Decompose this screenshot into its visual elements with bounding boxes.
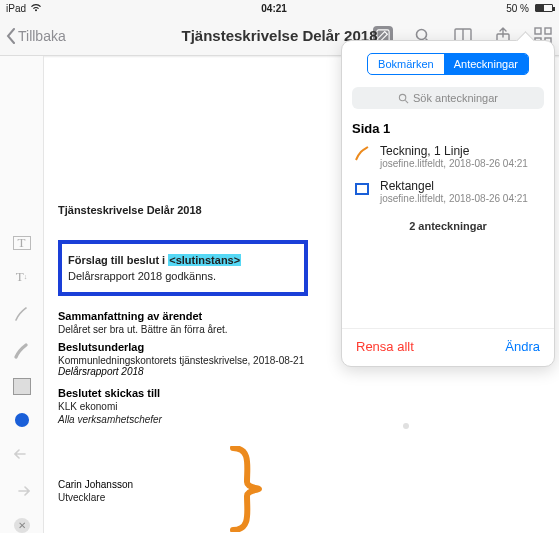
proposal-highlight: <slutinstans>	[168, 254, 241, 266]
sendto-heading: Beslutet skickas till	[58, 387, 553, 399]
svg-point-8	[399, 94, 405, 100]
drawing-icon	[352, 144, 372, 164]
annotation-count: 2 anteckningar	[342, 210, 554, 236]
tool-highlighter[interactable]	[12, 341, 32, 360]
search-placeholder: Sök anteckningar	[413, 92, 498, 104]
status-time: 04:21	[261, 3, 287, 14]
tool-redo[interactable]	[12, 481, 32, 500]
tool-undo[interactable]	[12, 445, 32, 464]
edit-button[interactable]: Ändra	[505, 339, 540, 354]
status-bar: iPad 04:21 50 %	[0, 0, 559, 16]
annotation-title: Rektangel	[380, 179, 528, 193]
battery-pct: 50 %	[506, 3, 529, 14]
battery-icon	[535, 4, 553, 12]
rectangle-icon	[352, 179, 372, 199]
annotation-title: Teckning, 1 Linje	[380, 144, 528, 158]
panel-section: Sida 1	[342, 113, 554, 140]
segmented-control: Bokmärken Anteckningar	[367, 53, 529, 75]
tool-sidebar: T T↓ ✕	[0, 56, 44, 533]
tab-annotations[interactable]: Anteckningar	[444, 54, 528, 74]
proposal-line2: Delårsrapport 2018 godkänns.	[68, 270, 296, 282]
svg-rect-5	[545, 28, 551, 34]
tool-text[interactable]: T↓	[12, 268, 32, 287]
search-input[interactable]: Sök anteckningar	[352, 87, 544, 109]
sendto-2: Alla verksamhetschefer	[58, 414, 553, 425]
sendto-1: KLK ekonomi	[58, 401, 553, 412]
tool-textbox[interactable]: T	[13, 236, 31, 250]
tool-rectangle[interactable]	[13, 378, 31, 395]
page-indicator	[403, 423, 409, 429]
tool-close[interactable]: ✕	[14, 518, 30, 533]
back-button[interactable]: Tillbaka	[6, 28, 66, 44]
proposal-prefix: Förslag till beslut i	[68, 254, 168, 266]
annotation-rectangle[interactable]: Förslag till beslut i <slutinstans> Delå…	[58, 240, 308, 296]
svg-rect-4	[535, 28, 541, 34]
svg-point-1	[417, 29, 427, 39]
annotation-item[interactable]: Teckning, 1 Linje josefine.litfeldt, 201…	[342, 140, 554, 175]
proposal-line: Förslag till beslut i <slutinstans>	[68, 254, 296, 266]
annotation-brace[interactable]	[229, 446, 263, 532]
annotation-meta: josefine.litfeldt, 2018-08-26 04:21	[380, 193, 528, 204]
tool-pen[interactable]	[12, 305, 32, 324]
svg-rect-9	[356, 184, 368, 194]
search-icon	[398, 93, 409, 104]
annotation-meta: josefine.litfeldt, 2018-08-26 04:21	[380, 158, 528, 169]
tab-bookmarks[interactable]: Bokmärken	[368, 54, 444, 74]
annotation-item[interactable]: Rektangel josefine.litfeldt, 2018-08-26 …	[342, 175, 554, 210]
tool-color[interactable]	[15, 413, 29, 426]
clear-all-button[interactable]: Rensa allt	[356, 339, 414, 354]
back-label: Tillbaka	[18, 28, 66, 44]
basis-em: Delårsrapport 2018	[58, 366, 553, 377]
annotations-popover: Bokmärken Anteckningar Sök anteckningar …	[341, 40, 555, 367]
signer-name: Carin Johansson	[58, 479, 553, 490]
signer-role: Utvecklare	[58, 492, 553, 503]
device-label: iPad	[6, 3, 26, 14]
wifi-icon	[30, 3, 42, 14]
